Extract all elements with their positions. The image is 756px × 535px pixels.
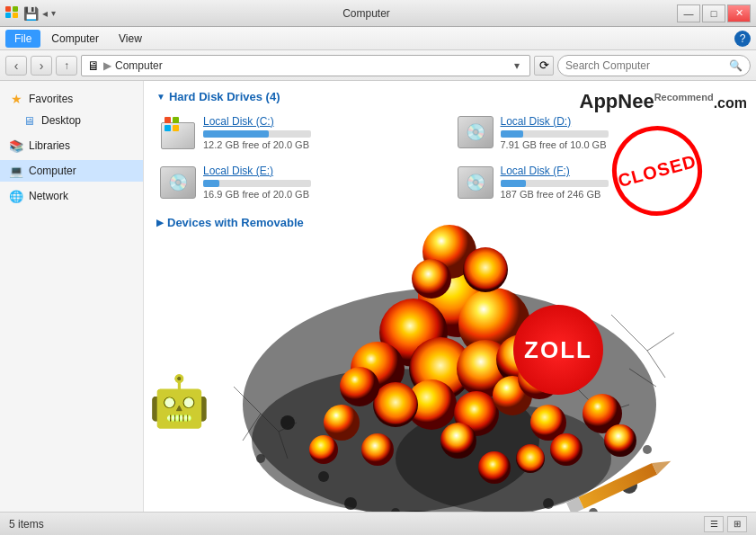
up-button[interactable]: ↑ xyxy=(56,56,77,76)
svg-point-31 xyxy=(409,337,472,400)
help-icon[interactable]: ? xyxy=(734,31,751,47)
favorites-section: ★ Favorites 🖥 Desktop xyxy=(0,88,143,131)
view-details-button[interactable]: ☰ xyxy=(704,516,724,532)
address-bar: ‹ › ↑ 🖥 ▶ Computer ▾ ⟳ 🔍 xyxy=(0,50,756,81)
sidebar-item-favorites[interactable]: ★ Favorites xyxy=(0,88,143,110)
drive-e-size: 16.9 GB free of 20.0 GB xyxy=(203,189,443,200)
computer-section: 💻 Computer xyxy=(0,160,143,182)
drive-d-bar-bg xyxy=(501,130,609,138)
pencil-tip xyxy=(652,456,673,475)
search-input[interactable] xyxy=(565,59,729,72)
title-bar-left: 💾 ◂ ▾ xyxy=(5,6,56,21)
drive-d[interactable]: 💿 Local Disk (D:) 7.91 GB free of 10.0 G… xyxy=(454,111,744,154)
close-button[interactable]: ✕ xyxy=(727,4,751,22)
svg-point-32 xyxy=(457,340,514,397)
sidebar: ★ Favorites 🖥 Desktop 📚 Libraries 💻 Comp… xyxy=(0,81,144,512)
svg-point-43 xyxy=(550,433,583,466)
svg-point-45 xyxy=(516,444,545,473)
svg-point-11 xyxy=(391,508,400,512)
drive-d-name: Local Disk (D:) xyxy=(501,115,741,128)
libraries-label: Libraries xyxy=(29,139,70,152)
sidebar-item-libraries[interactable]: 📚 Libraries xyxy=(0,135,143,156)
favorites-label: Favorites xyxy=(29,93,73,105)
svg-point-41 xyxy=(440,423,476,459)
drive-c[interactable]: Local Disk (C:) 12.2 GB free of 20.0 GB xyxy=(156,111,447,154)
forward-button[interactable]: › xyxy=(31,56,52,76)
devices-section: ▶ Devices with Removable xyxy=(156,216,743,229)
quick-access-save[interactable]: 💾 xyxy=(23,6,39,21)
svg-line-20 xyxy=(575,387,602,414)
svg-point-2 xyxy=(396,405,611,512)
appnee-recommend: Recommend xyxy=(654,92,714,103)
minimize-button[interactable]: — xyxy=(677,4,700,22)
sidebar-item-network[interactable]: 🌐 Network xyxy=(0,185,143,207)
drive-c-info: Local Disk (C:) 12.2 GB free of 20.0 GB xyxy=(203,115,443,150)
breadcrumb-computer-icon: 🖥 xyxy=(87,58,100,73)
drive-f-icon: 💿 xyxy=(458,166,494,199)
menu-view[interactable]: View xyxy=(110,30,151,48)
drive-c-icon xyxy=(160,114,196,150)
libraries-section: 📚 Libraries xyxy=(0,135,143,156)
svg-point-49 xyxy=(309,435,338,464)
desktop-folder-icon: 🖥 xyxy=(22,113,36,128)
devices-toggle-icon: ▶ xyxy=(156,218,164,227)
svg-line-25 xyxy=(261,414,279,432)
drive-d-bar-fill xyxy=(501,130,523,138)
svg-point-4 xyxy=(318,471,329,482)
robot-figure: 🤖 xyxy=(148,372,210,431)
network-label: Network xyxy=(29,190,68,202)
content-area: ▼ Hard Disk Drives (4) xyxy=(144,81,756,512)
drive-e[interactable]: 💿 Local Disk (E:) 16.9 GB free of 20.0 G… xyxy=(156,161,447,203)
svg-point-9 xyxy=(543,498,554,509)
refresh-button[interactable]: ⟳ xyxy=(534,56,554,76)
svg-point-40 xyxy=(340,367,379,406)
libraries-icon: 📚 xyxy=(9,138,23,153)
zoll-text: ZOLL xyxy=(524,336,592,364)
svg-point-1 xyxy=(252,369,539,512)
computer-icon: 💻 xyxy=(9,164,23,178)
status-view-buttons: ☰ ⊞ xyxy=(704,516,747,532)
svg-point-10 xyxy=(344,497,357,510)
appnee-watermark: AppNeeRecommend.com xyxy=(580,90,748,113)
maximize-button[interactable]: □ xyxy=(702,4,725,22)
back-button[interactable]: ‹ xyxy=(5,56,27,76)
status-bar: 5 items ☰ ⊞ xyxy=(0,512,756,535)
svg-point-6 xyxy=(605,398,618,411)
breadcrumb-arrow: ▶ xyxy=(103,59,111,72)
drive-f-bar-fill xyxy=(501,180,527,187)
drive-e-name: Local Disk (E:) xyxy=(203,165,443,177)
drive-e-bar-fill xyxy=(203,180,219,187)
devices-title[interactable]: ▶ Devices with Removable xyxy=(156,216,743,229)
devices-title-text: Devices with Removable xyxy=(167,216,304,229)
network-section: 🌐 Network xyxy=(0,185,143,207)
menu-file[interactable]: File xyxy=(5,30,40,48)
main-area: ★ Favorites 🖥 Desktop 📚 Libraries 💻 Comp… xyxy=(0,81,756,512)
svg-point-50 xyxy=(478,451,511,484)
view-tiles-button[interactable]: ⊞ xyxy=(727,516,747,532)
svg-point-28 xyxy=(418,256,499,337)
sidebar-item-computer[interactable]: 💻 Computer xyxy=(0,160,143,182)
pencil xyxy=(575,445,684,512)
svg-point-0 xyxy=(243,288,656,512)
svg-point-29 xyxy=(379,299,448,367)
drive-e-info: Local Disk (E:) 16.9 GB free of 20.0 GB xyxy=(203,165,443,200)
hard-disk-drives-title: Hard Disk Drives (4) xyxy=(169,90,280,103)
svg-point-36 xyxy=(454,391,499,436)
address-text: Computer xyxy=(115,59,510,72)
sidebar-item-desktop[interactable]: 🖥 Desktop xyxy=(0,110,143,131)
quick-access-back-small[interactable]: ◂ xyxy=(42,7,48,20)
svg-point-15 xyxy=(589,508,598,512)
drive-c-bar-bg xyxy=(203,130,311,138)
zoll-badge: ZOLL xyxy=(513,305,603,395)
address-dropdown-arrow[interactable]: ▾ xyxy=(510,59,524,72)
svg-line-24 xyxy=(243,414,261,441)
svg-point-52 xyxy=(463,247,508,292)
svg-point-3 xyxy=(280,415,295,430)
search-icon[interactable]: 🔍 xyxy=(729,59,743,72)
svg-line-19 xyxy=(629,369,656,387)
svg-line-16 xyxy=(611,315,647,351)
closed-stamp-text: CLOSED xyxy=(616,150,698,191)
section-toggle-icon[interactable]: ▼ xyxy=(156,92,165,102)
drive-c-bar-fill xyxy=(203,130,269,138)
menu-computer[interactable]: Computer xyxy=(42,30,108,48)
